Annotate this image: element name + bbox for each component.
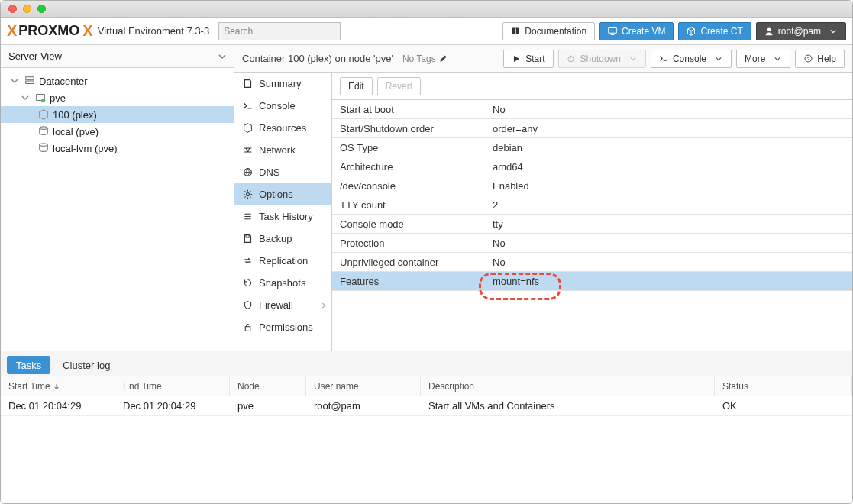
cube-icon	[37, 108, 50, 121]
col-node[interactable]: Node	[230, 376, 306, 396]
history-icon	[242, 278, 253, 289]
sync-icon	[242, 256, 253, 267]
create-vm-button[interactable]: Create VM	[599, 22, 674, 40]
sidebar-item-replication[interactable]: Replication	[234, 250, 331, 272]
options-table: Start at bootNoStart/Shutdown orderorder…	[332, 100, 852, 351]
create-ct-button[interactable]: Create CT	[678, 22, 751, 40]
logo: X PROXMO X	[7, 22, 92, 40]
tree-datacenter[interactable]: Datacenter	[1, 73, 234, 89]
revert-button[interactable]: Revert	[377, 77, 421, 95]
svg-rect-2	[26, 77, 34, 80]
minimize-icon[interactable]	[23, 5, 31, 13]
chevron-down-icon	[8, 75, 21, 87]
sort-down-icon	[53, 383, 60, 389]
sidebar-item-backup[interactable]: Backup	[234, 228, 331, 250]
view-selector[interactable]: Server View	[1, 45, 234, 68]
tree-storage-local-lvm[interactable]: local-lvm (pve)	[1, 140, 234, 157]
col-status[interactable]: Status	[715, 376, 852, 396]
node-icon	[34, 92, 47, 104]
help-button[interactable]: ? Help	[795, 50, 845, 68]
option-key: OS Type	[332, 142, 485, 153]
option-value: tty	[485, 218, 852, 230]
logo-mark: X	[82, 22, 91, 40]
pencil-icon	[439, 54, 448, 63]
sidebar-item-resources[interactable]: Resources	[234, 117, 331, 139]
option-value: No	[485, 237, 852, 249]
bottom-panel: Tasks Cluster log Start Time End Time No…	[1, 351, 852, 503]
user-icon	[764, 27, 774, 36]
sidebar: Summary Console Resources Network DNS Op…	[234, 73, 332, 351]
tree-node[interactable]: pve	[1, 89, 234, 106]
right-column: Container 100 (plex) on node 'pve' No Ta…	[234, 45, 852, 351]
search-input[interactable]: Search	[218, 22, 341, 40]
shutdown-button[interactable]: Shutdown	[558, 50, 646, 68]
table-row[interactable]: OS Typedebian	[332, 138, 852, 157]
user-menu[interactable]: root@pam	[756, 22, 846, 40]
tree-storage-local[interactable]: local (pve)	[1, 123, 234, 140]
chevron-right-icon	[321, 302, 327, 309]
maximize-icon[interactable]	[37, 5, 46, 13]
play-icon	[512, 54, 521, 63]
col-start-time[interactable]: Start Time	[1, 376, 115, 396]
sidebar-item-console[interactable]: Console	[234, 95, 331, 117]
svg-rect-3	[26, 81, 34, 84]
col-desc[interactable]: Description	[421, 376, 715, 396]
cube-icon	[687, 27, 696, 36]
sidebar-item-firewall[interactable]: Firewall	[234, 294, 331, 316]
globe-icon	[242, 167, 253, 178]
console-button[interactable]: Console	[651, 50, 732, 68]
table-row[interactable]: ProtectionNo	[332, 234, 852, 253]
tags[interactable]: No Tags	[402, 53, 448, 64]
edit-button[interactable]: Edit	[340, 77, 373, 95]
topbar: X PROXMO X Virtual Environment 7.3-3 Sea…	[1, 18, 852, 45]
placeholder: Search	[224, 26, 253, 37]
chevron-down-icon	[218, 53, 226, 60]
sidebar-item-network[interactable]: Network	[234, 139, 331, 161]
option-key: /dev/console	[332, 180, 485, 192]
tree-container[interactable]: 100 (plex)	[1, 106, 234, 123]
table-row[interactable]: TTY count2	[332, 195, 852, 215]
breadcrumb-bar: Container 100 (plex) on node 'pve' No Ta…	[234, 45, 852, 73]
option-value: amd64	[485, 161, 852, 173]
tab-cluster-log[interactable]: Cluster log	[53, 356, 119, 374]
table-row[interactable]: Start/Shutdown orderorder=any	[332, 119, 852, 138]
sidebar-item-snapshots[interactable]: Snapshots	[234, 272, 331, 294]
start-button[interactable]: Start	[503, 50, 553, 68]
table-row[interactable]: Start at bootNo	[332, 100, 852, 119]
help-icon: ?	[803, 54, 813, 63]
sidebar-item-permissions[interactable]: Permissions	[234, 316, 331, 338]
svg-point-6	[40, 127, 48, 130]
sidebar-item-summary[interactable]: Summary	[234, 73, 331, 95]
option-key: Unprivileged container	[332, 257, 485, 268]
more-button[interactable]: More	[736, 50, 790, 68]
col-user[interactable]: User name	[306, 376, 421, 396]
table-row[interactable]: /dev/consoleEnabled	[332, 176, 852, 195]
app-window: X PROXMO X Virtual Environment 7.3-3 Sea…	[0, 0, 853, 504]
breadcrumb-actions: Start Shutdown Console More	[503, 50, 845, 68]
tab-tasks[interactable]: Tasks	[7, 356, 50, 374]
chevron-down-icon	[829, 27, 838, 36]
option-key: Start at boot	[332, 104, 485, 115]
storage-icon	[37, 142, 50, 154]
breadcrumb-title: Container 100 (plex) on node 'pve'	[242, 53, 393, 64]
table-row[interactable]: Console modetty	[332, 215, 852, 234]
svg-point-12	[246, 192, 249, 195]
svg-point-1	[767, 27, 771, 31]
table-row[interactable]: Unprivileged containerNo	[332, 253, 852, 272]
options-toolbar: Edit Revert	[332, 73, 852, 100]
chevron-down-icon	[714, 54, 723, 63]
sidebar-item-options[interactable]: Options	[234, 183, 331, 205]
book-icon	[511, 27, 520, 36]
log-row[interactable]: Dec 01 20:04:29Dec 01 20:04:29pveroot@pa…	[1, 396, 852, 416]
option-value: debian	[485, 142, 852, 153]
sidebar-item-task-history[interactable]: Task History	[234, 205, 331, 228]
col-end-time[interactable]: End Time	[115, 376, 230, 396]
option-key: Features	[332, 276, 485, 287]
close-icon[interactable]	[8, 5, 17, 13]
documentation-button[interactable]: Documentation	[502, 22, 595, 40]
table-row[interactable]: Featuresmount=nfs	[332, 272, 852, 291]
log-table: Start Time End Time Node User name Descr…	[1, 376, 852, 503]
sidebar-item-dns[interactable]: DNS	[234, 161, 331, 183]
table-row[interactable]: Architectureamd64	[332, 157, 852, 176]
chevron-down-icon	[628, 54, 638, 63]
